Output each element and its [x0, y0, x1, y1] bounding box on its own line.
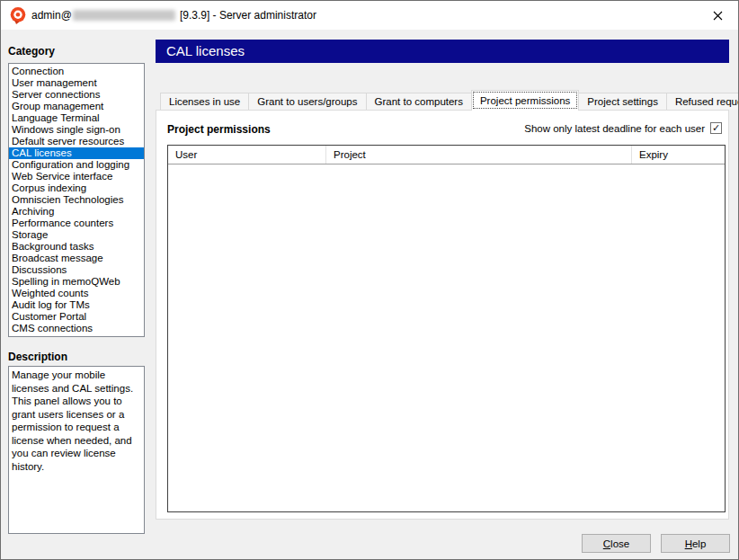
sidebar-item-weighted-counts[interactable]: Weighted counts [9, 288, 144, 299]
sidebar-item-windows-single-sign-on[interactable]: Windows single sign-on [9, 124, 144, 136]
column-header-project[interactable]: Project [326, 146, 632, 164]
sidebar-item-corpus-indexing[interactable]: Corpus indexing [9, 182, 144, 194]
tab-panel-project-permissions: Project permissions Show only latest dea… [156, 110, 729, 520]
sidebar-item-connection[interactable]: Connection [9, 66, 144, 77]
page-title: CAL licenses [156, 40, 729, 63]
category-label: Category [8, 45, 55, 58]
server-administrator-window: admin@[9.3.9] - Server administrator Cat… [0, 0, 739, 560]
sidebar-item-audit-log-for-tms[interactable]: Audit log for TMs [9, 299, 144, 311]
title-bar: admin@[9.3.9] - Server administrator [1, 1, 738, 30]
window-title: admin@[9.3.9] - Server administrator [31, 1, 316, 30]
column-header-user[interactable]: User [168, 146, 326, 164]
sidebar-item-cal-licenses[interactable]: CAL licenses [9, 147, 144, 159]
tab-project-settings[interactable]: Project settings [578, 93, 667, 110]
redacted-server-name [73, 10, 175, 21]
checkbox-label: Show only latest deadline for each user [524, 123, 705, 134]
sidebar-item-storage[interactable]: Storage [9, 229, 144, 241]
sidebar-item-broadcast-message[interactable]: Broadcast message [9, 253, 144, 264]
sidebar-item-web-service-interface[interactable]: Web Service interface [9, 171, 144, 182]
tab-project-permissions[interactable]: Project permissions [471, 90, 579, 111]
sidebar-item-performance-counters[interactable]: Performance counters [9, 218, 144, 229]
category-listbox[interactable]: ConnectionUser managementServer connecti… [8, 63, 145, 337]
tab-strip: Licenses in useGrant to users/groupsGran… [160, 90, 739, 110]
tab-refused-requests[interactable]: Refused requests [666, 93, 739, 110]
sidebar-item-discussions[interactable]: Discussions [9, 264, 144, 276]
sidebar-item-language-terminal[interactable]: Language Terminal [9, 112, 144, 124]
permissions-table: UserProjectExpiry [167, 145, 726, 512]
sidebar-item-omniscien-technologies[interactable]: Omniscien Technologies [9, 194, 144, 206]
sidebar-item-customer-portal[interactable]: Customer Portal [9, 311, 144, 323]
sidebar-item-configuration-and-logging[interactable]: Configuration and logging [9, 159, 144, 171]
sidebar-item-default-server-resources[interactable]: Default server resources [9, 136, 144, 147]
description-text: Manage your mobile licenses and CAL sett… [8, 366, 145, 534]
sidebar-item-group-management[interactable]: Group management [9, 101, 144, 112]
sidebar-item-spelling-in-memoqweb[interactable]: Spelling in memoQWeb [9, 276, 144, 288]
title-user: admin@ [31, 9, 72, 22]
section-title: Project permissions [167, 123, 271, 136]
tab-grant-to-users-groups[interactable]: Grant to users/groups [248, 93, 366, 110]
close-button[interactable]: Close [582, 534, 651, 553]
show-latest-deadline-checkbox[interactable]: ✓ [710, 122, 722, 134]
sidebar-item-background-tasks[interactable]: Background tasks [9, 241, 144, 253]
close-icon [713, 11, 723, 21]
column-header-expiry[interactable]: Expiry [632, 146, 725, 164]
window-close-button[interactable] [704, 1, 731, 30]
latest-deadline-option: Show only latest deadline for each user … [524, 122, 722, 134]
description-label: Description [8, 351, 67, 363]
table-header-row: UserProjectExpiry [168, 146, 725, 164]
sidebar-item-server-connections[interactable]: Server connections [9, 89, 144, 101]
sidebar-item-cms-connections[interactable]: CMS connections [9, 323, 144, 334]
title-version: [9.3.9] - Server administrator [180, 9, 316, 22]
sidebar-item-user-management[interactable]: User management [9, 77, 144, 89]
tab-grant-to-computers[interactable]: Grant to computers [366, 93, 472, 110]
help-button[interactable]: Help [661, 534, 730, 553]
tab-licenses-in-use[interactable]: Licenses in use [160, 93, 249, 110]
sidebar-item-archiving[interactable]: Archiving [9, 206, 144, 218]
memoq-logo-icon [9, 6, 27, 24]
